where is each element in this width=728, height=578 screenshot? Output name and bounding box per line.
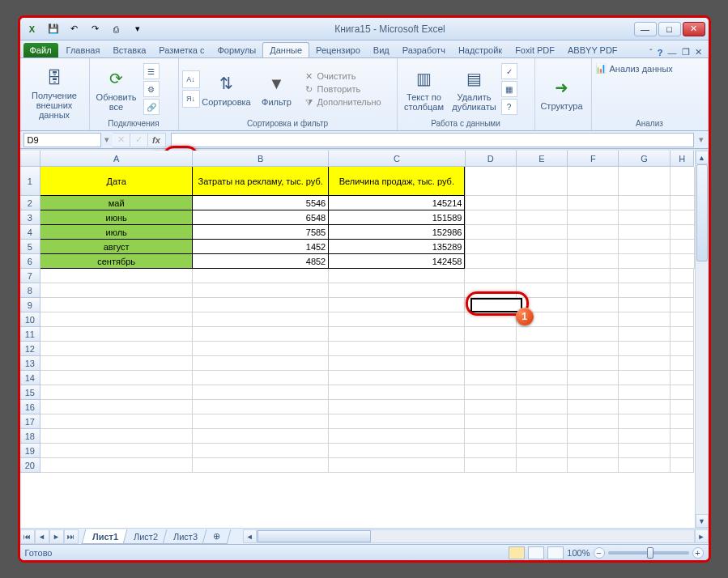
get-external-data-button[interactable]: 🗄Получение внешних данных <box>23 67 86 121</box>
sheet-tab-1[interactable]: Лист1 <box>81 529 129 544</box>
row-header-1[interactable]: 1 <box>20 167 41 196</box>
text-to-columns-button[interactable]: ▥Текст по столбцам <box>401 62 448 116</box>
tab-foxit[interactable]: Foxit PDF <box>509 43 561 57</box>
scroll-right-button[interactable]: ► <box>695 529 709 543</box>
sort-desc-button[interactable]: Я↓ <box>182 90 200 108</box>
sheet-tab-3[interactable]: Лист3 <box>162 529 208 544</box>
tab-addins[interactable]: Надстройк <box>452 43 509 57</box>
doc-close-icon[interactable]: ✕ <box>695 47 702 57</box>
row-header-9[interactable]: 9 <box>20 298 41 312</box>
ribbon-minimize-icon[interactable]: ˆ <box>649 48 653 57</box>
col-header-D[interactable]: D <box>466 151 517 167</box>
cell-B3[interactable]: 6548 <box>193 210 329 225</box>
col-header-B[interactable]: B <box>193 151 329 167</box>
undo-icon[interactable]: ↶ <box>66 21 83 37</box>
row-header-17[interactable]: 17 <box>20 414 41 429</box>
tab-file[interactable]: Файл <box>23 43 58 57</box>
reapply-filter-button[interactable]: ↻Повторить <box>304 83 385 96</box>
scroll-left-button[interactable]: ◄ <box>243 529 257 543</box>
tab-home[interactable]: Главная <box>60 43 107 57</box>
redo-icon[interactable]: ↷ <box>87 21 104 37</box>
data-validation-button[interactable]: ✓ <box>501 63 517 79</box>
refresh-all-button[interactable]: ⟳Обновить все <box>93 62 140 116</box>
cell-B1[interactable]: Затраты на рекламу, тыс. руб. <box>193 167 329 196</box>
col-header-A[interactable]: A <box>40 151 193 167</box>
tab-view[interactable]: Вид <box>367 43 396 57</box>
clear-filter-button[interactable]: ✕Очистить <box>304 70 385 83</box>
cell-B5[interactable]: 1452 <box>193 240 329 254</box>
cell-A2[interactable]: май <box>40 196 193 210</box>
row-header-10[interactable]: 10 <box>20 312 41 327</box>
col-header-C[interactable]: C <box>329 151 465 167</box>
col-header-F[interactable]: F <box>568 151 619 167</box>
help-icon[interactable]: ? <box>658 48 663 57</box>
cell-C5[interactable]: 135289 <box>329 240 465 254</box>
cell-C6[interactable]: 142458 <box>329 254 465 269</box>
cell-B2[interactable]: 5546 <box>193 196 329 210</box>
tab-pagelayout[interactable]: Разметка с <box>152 43 211 57</box>
row-header-16[interactable]: 16 <box>20 400 41 414</box>
row-header-11[interactable]: 11 <box>20 327 41 342</box>
page-layout-view-button[interactable] <box>528 546 544 559</box>
insert-function-button[interactable]: fx <box>148 133 166 147</box>
row-header-18[interactable]: 18 <box>20 429 41 444</box>
page-break-view-button[interactable] <box>547 546 564 559</box>
normal-view-button[interactable] <box>509 546 525 559</box>
tab-insert[interactable]: Вставка <box>106 43 152 57</box>
select-all-corner[interactable] <box>20 151 41 167</box>
vertical-scrollbar[interactable]: ▲ ▼ <box>695 151 709 528</box>
edit-links-button[interactable]: 🔗 <box>143 99 160 115</box>
consolidate-button[interactable]: ▦ <box>501 81 517 97</box>
col-header-H[interactable]: H <box>671 151 695 167</box>
cell-A1[interactable]: Дата <box>40 167 193 196</box>
cell-C4[interactable]: 152986 <box>329 225 465 240</box>
zoom-out-button[interactable]: − <box>594 547 605 559</box>
row-header-14[interactable]: 14 <box>20 371 41 385</box>
col-header-G[interactable]: G <box>619 151 670 167</box>
cancel-formula-button[interactable]: ✕ <box>113 133 130 147</box>
sheet-nav-first[interactable]: ⏮ <box>20 529 35 544</box>
row-header-20[interactable]: 20 <box>20 458 41 473</box>
data-analysis-button[interactable]: 📊Анализ данных <box>595 63 673 74</box>
cell-A3[interactable]: июнь <box>40 210 193 225</box>
remove-duplicates-button[interactable]: ▤Удалить дубликаты <box>451 62 498 116</box>
cell-E1[interactable] <box>517 167 568 196</box>
zoom-slider[interactable] <box>608 551 689 555</box>
save-icon[interactable]: 💾 <box>45 21 62 37</box>
hscroll-thumb[interactable] <box>258 530 371 542</box>
row-header-8[interactable]: 8 <box>20 283 41 298</box>
sort-asc-button[interactable]: A↓ <box>182 70 200 88</box>
filter-button[interactable]: ▼Фильтр <box>253 62 300 116</box>
row-header-5[interactable]: 5 <box>20 240 41 254</box>
vscroll-thumb[interactable] <box>696 164 708 261</box>
maximize-button[interactable]: □ <box>658 22 681 36</box>
cell-A5[interactable]: август <box>40 240 193 254</box>
qat-more-icon[interactable]: ▾ <box>129 21 147 37</box>
cell-A6[interactable]: сентябрь <box>40 254 193 269</box>
print-icon[interactable]: ⎙ <box>108 21 126 37</box>
tab-formulas[interactable]: Формулы <box>211 43 262 57</box>
row-header-7[interactable]: 7 <box>20 269 41 283</box>
minimize-button[interactable]: — <box>634 22 657 36</box>
col-header-E[interactable]: E <box>517 151 568 167</box>
doc-minimize-icon[interactable]: — <box>668 48 677 57</box>
formula-input[interactable] <box>171 133 694 147</box>
row-header-13[interactable]: 13 <box>20 356 41 371</box>
zoom-level[interactable]: 100% <box>567 548 590 558</box>
outline-button[interactable]: ➜Структура <box>539 67 585 121</box>
sort-button[interactable]: ⇅Сортировка <box>203 62 250 116</box>
doc-restore-icon[interactable]: ❐ <box>682 47 690 57</box>
scroll-up-button[interactable]: ▲ <box>696 151 709 164</box>
cell-G1[interactable] <box>619 167 670 196</box>
cell-B4[interactable]: 7585 <box>193 225 329 240</box>
advanced-filter-button[interactable]: ⧩Дополнительно <box>304 96 385 108</box>
row-header-15[interactable]: 15 <box>20 385 41 400</box>
scroll-down-button[interactable]: ▼ <box>696 514 709 528</box>
row-header-6[interactable]: 6 <box>20 254 41 269</box>
connections-button[interactable]: ☰ <box>143 63 160 79</box>
enter-formula-button[interactable]: ✓ <box>130 133 148 147</box>
row-header-19[interactable]: 19 <box>20 444 41 458</box>
row-header-4[interactable]: 4 <box>20 225 41 240</box>
sheet-nav-prev[interactable]: ◄ <box>35 529 49 544</box>
tab-data[interactable]: Данные <box>262 42 309 57</box>
